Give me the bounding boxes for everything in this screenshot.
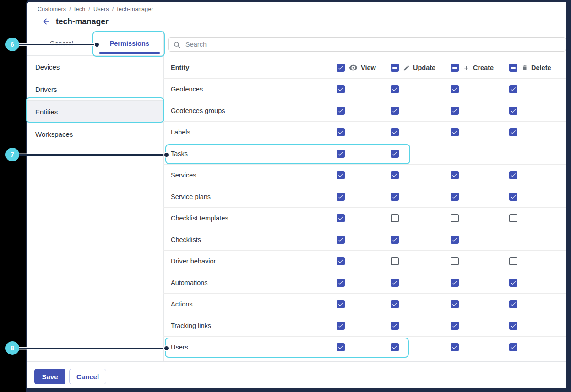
checkbox-checklists-view[interactable] <box>337 236 345 244</box>
table-header: Entity ViewUpdateCreateDelete <box>163 57 566 78</box>
checkbox-driver-behavior-view[interactable] <box>337 257 345 265</box>
checkbox-service-plans-create[interactable] <box>451 193 459 201</box>
column-checkbox-update[interactable] <box>391 64 399 72</box>
checkbox-tasks-update[interactable] <box>391 150 399 158</box>
checkbox-checklists-create[interactable] <box>451 236 459 244</box>
checkbox-automations-update[interactable] <box>391 279 399 287</box>
cell-actions-view <box>337 300 345 308</box>
checkbox-services-update[interactable] <box>391 171 399 179</box>
checkbox-geofences-groups-create[interactable] <box>451 107 459 115</box>
checkbox-geofences-update[interactable] <box>391 85 399 93</box>
entity-label: Geofences <box>171 86 203 93</box>
checkbox-users-view[interactable] <box>337 343 345 351</box>
checkbox-tasks-view[interactable] <box>337 150 345 158</box>
checkbox-actions-update[interactable] <box>391 300 399 308</box>
cell-geofences-groups-create <box>451 107 459 115</box>
table-row-services: Services <box>163 164 566 186</box>
cell-services-update <box>391 171 399 179</box>
checkbox-services-delete[interactable] <box>509 171 517 179</box>
checkbox-labels-update[interactable] <box>391 128 399 136</box>
checkbox-automations-create[interactable] <box>451 279 459 287</box>
checkbox-tracking-links-create[interactable] <box>451 322 459 330</box>
breadcrumb-item-tech[interactable]: tech <box>74 6 85 12</box>
checkbox-service-plans-view[interactable] <box>337 193 345 201</box>
cell-tracking-links-delete <box>509 322 517 330</box>
tab-permissions[interactable]: Permissions <box>96 31 164 55</box>
entity-label: Driver behavior <box>171 258 216 265</box>
checkbox-checklist-templates-update[interactable] <box>391 214 399 222</box>
cancel-button[interactable]: Cancel <box>69 369 106 384</box>
search-input[interactable] <box>185 40 566 48</box>
checkbox-users-create[interactable] <box>451 343 459 351</box>
breadcrumb-item-customers[interactable]: Customers <box>38 6 66 12</box>
save-button[interactable]: Save <box>34 369 65 384</box>
column-header-create: Create <box>451 64 494 72</box>
table-row-driver-behavior: Driver behavior <box>163 250 566 272</box>
checkbox-checklist-templates-delete[interactable] <box>509 214 517 222</box>
checkbox-actions-create[interactable] <box>451 300 459 308</box>
checkbox-driver-behavior-create[interactable] <box>451 257 459 265</box>
checkbox-geofences-groups-update[interactable] <box>391 107 399 115</box>
checkbox-users-update[interactable] <box>391 343 399 351</box>
cell-actions-update <box>391 300 399 308</box>
checkbox-services-create[interactable] <box>451 171 459 179</box>
tab-general[interactable]: General <box>27 31 96 55</box>
entity-label: Tracking links <box>171 322 211 329</box>
checkbox-tracking-links-update[interactable] <box>391 322 399 330</box>
checkbox-labels-create[interactable] <box>451 128 459 136</box>
page-title: tech-manager <box>56 17 109 27</box>
plus-icon <box>463 64 470 71</box>
checkbox-actions-delete[interactable] <box>509 300 517 308</box>
cell-automations-update <box>391 279 399 287</box>
checkbox-services-view[interactable] <box>337 171 345 179</box>
sidebar-item-devices[interactable]: Devices <box>27 56 163 78</box>
checkbox-checklist-templates-create[interactable] <box>451 214 459 222</box>
checkbox-checklist-templates-view[interactable] <box>337 214 345 222</box>
sidebar-item-label: Entities <box>35 108 58 116</box>
title-row: tech-manager <box>41 16 109 27</box>
sidebar-item-workspaces[interactable]: Workspaces <box>27 123 163 145</box>
entity-label: Service plans <box>171 193 211 200</box>
checkbox-driver-behavior-update[interactable] <box>391 257 399 265</box>
checkbox-automations-view[interactable] <box>337 279 345 287</box>
cell-users-update <box>391 343 399 351</box>
column-checkbox-create[interactable] <box>451 64 459 72</box>
checkbox-checklists-update[interactable] <box>391 236 399 244</box>
cell-checklists-update <box>391 236 399 244</box>
checkbox-labels-view[interactable] <box>337 128 345 136</box>
back-button[interactable] <box>41 16 51 27</box>
column-checkbox-view[interactable] <box>337 64 345 72</box>
checkbox-tracking-links-view[interactable] <box>337 322 345 330</box>
table-row-labels: Labels <box>163 121 566 143</box>
checkbox-geofences-delete[interactable] <box>509 85 517 93</box>
breadcrumb-item-users[interactable]: Users <box>93 6 109 12</box>
checkbox-driver-behavior-delete[interactable] <box>509 257 517 265</box>
checkbox-geofences-create[interactable] <box>451 85 459 93</box>
checkbox-tracking-links-delete[interactable] <box>509 322 517 330</box>
cell-service-plans-delete <box>509 193 517 201</box>
checkbox-service-plans-delete[interactable] <box>509 193 517 201</box>
column-header-update: Update <box>391 64 435 72</box>
sidebar-item-drivers[interactable]: Drivers <box>27 78 163 101</box>
cell-checklists-view <box>337 236 345 244</box>
cell-geofences-update <box>391 85 399 93</box>
column-checkbox-delete[interactable] <box>509 64 517 72</box>
cell-driver-behavior-view <box>337 257 345 265</box>
cell-geofences-delete <box>509 85 517 93</box>
checkbox-labels-delete[interactable] <box>509 128 517 136</box>
table-row-checklists: Checklists <box>163 229 566 250</box>
entity-label: Checklist templates <box>171 215 228 222</box>
checkbox-users-delete[interactable] <box>509 343 517 351</box>
annotation-badge-7: 7 <box>5 148 19 161</box>
checkbox-geofences-groups-view[interactable] <box>337 107 345 115</box>
sidebar-item-entities[interactable]: Entities <box>27 101 163 123</box>
checkbox-automations-delete[interactable] <box>509 279 517 287</box>
checkbox-service-plans-update[interactable] <box>391 193 399 201</box>
checkbox-geofences-groups-delete[interactable] <box>509 107 517 115</box>
checkbox-geofences-view[interactable] <box>337 85 345 93</box>
cell-service-plans-create <box>451 193 459 201</box>
entity-label: Services <box>171 172 196 179</box>
active-tab-indicator <box>99 52 160 54</box>
cell-automations-delete <box>509 279 517 287</box>
checkbox-actions-view[interactable] <box>337 300 345 308</box>
